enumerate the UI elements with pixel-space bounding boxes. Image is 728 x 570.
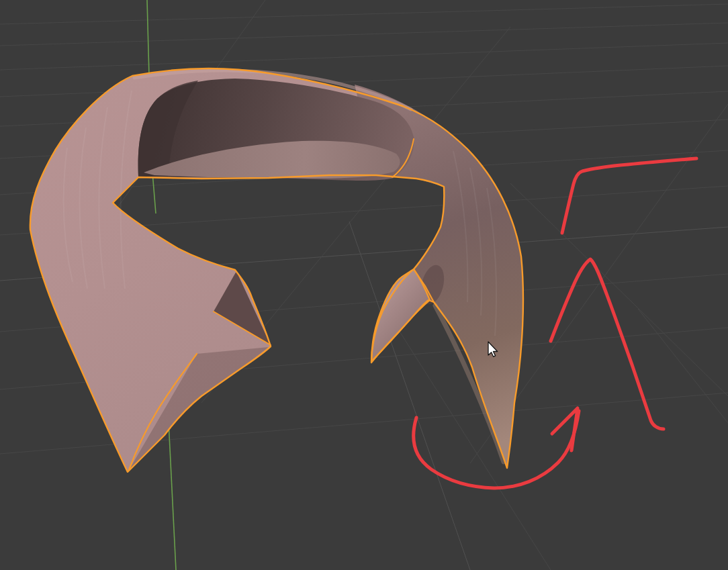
viewport-canvas[interactable] (0, 0, 728, 570)
3d-viewport[interactable] (0, 0, 728, 570)
